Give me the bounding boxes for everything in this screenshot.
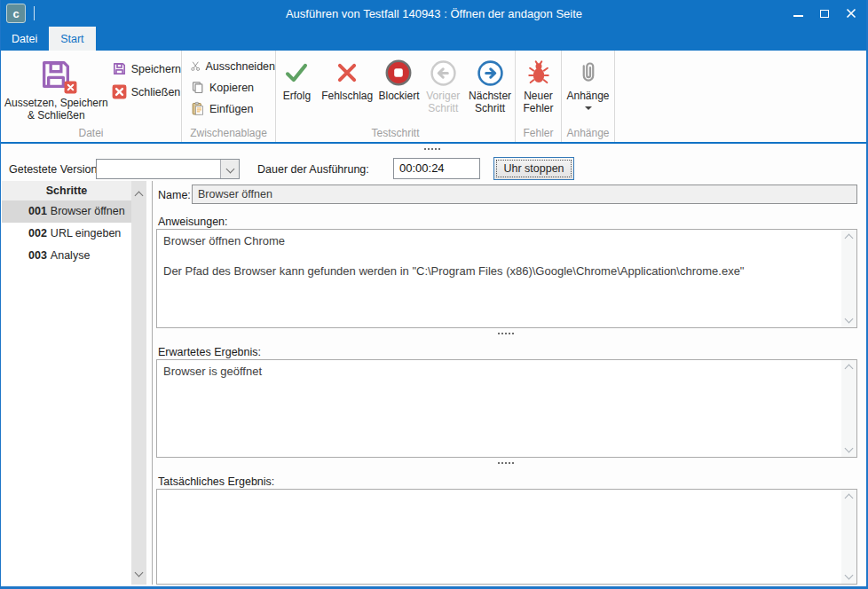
tab-datei[interactable]: Datei — [0, 27, 49, 51]
copy-label: Kopieren — [209, 82, 254, 94]
cancel-badge-icon — [64, 81, 77, 94]
combobox-dropdown-button[interactable] — [220, 160, 239, 178]
suspend-save-close-label: Aussetzen, Speichern & Schließen — [1, 97, 112, 122]
close-red-icon — [112, 84, 127, 99]
minimize-button[interactable] — [785, 0, 811, 27]
tab-start[interactable]: Start — [49, 27, 95, 51]
new-error-label: Neuer Fehler — [516, 90, 561, 114]
step-number: 002 — [28, 227, 47, 240]
cut-label: Ausschneiden — [205, 60, 275, 73]
expected-result-text[interactable]: Browser is geöffnet — [157, 360, 840, 457]
actual-scrollbar[interactable] — [841, 490, 856, 584]
step-number: 001 — [28, 205, 47, 217]
scroll-up-button[interactable] — [136, 186, 142, 202]
close-label: Schließen — [131, 86, 181, 98]
steps-scrollbar[interactable] — [131, 181, 146, 585]
success-check-icon — [283, 59, 310, 86]
copy-button[interactable]: Kopieren — [190, 80, 275, 95]
step-label: Browser öffnen — [51, 205, 125, 217]
paste-label: Einfügen — [209, 103, 253, 115]
success-label: Erfolg — [283, 90, 311, 103]
title-bar: c Ausführen von Testfall 140943 : Öffnen… — [0, 0, 868, 27]
paste-icon — [190, 101, 205, 116]
previous-step-icon — [429, 59, 458, 88]
close-button[interactable] — [838, 0, 864, 27]
step-label: Analyse — [51, 249, 90, 262]
attachments-dropdown-icon[interactable] — [585, 106, 592, 110]
titlebar-separator — [34, 6, 35, 20]
chevron-up-icon — [845, 234, 854, 243]
previous-step-label: Voriger Schritt — [421, 90, 465, 114]
group-label-anhaenge: Anhänge — [562, 127, 614, 139]
steps-header: Schritte — [2, 181, 131, 200]
ribbon-empty-space — [615, 51, 866, 142]
ribbon-group-datei: Aussetzen, Speichern & Schließen Speiche… — [1, 51, 182, 142]
expected-result-label: Erwartetes Ergebnis: — [158, 346, 261, 358]
grip-dots — [498, 333, 500, 334]
ribbon: Aussetzen, Speichern & Schließen Speiche… — [1, 51, 866, 144]
app-icon: c — [6, 4, 26, 23]
actual-result-label: Tatsächliches Ergebnis: — [158, 475, 274, 488]
ribbon-group-fehler: Neuer Fehler Fehler — [516, 51, 562, 142]
tested-version-combobox[interactable] — [96, 159, 240, 179]
group-label-datei: Datei — [1, 127, 181, 139]
splitter-handle-expected[interactable] — [498, 459, 516, 466]
ribbon-group-anhaenge: Anhänge Anhänge — [562, 51, 615, 142]
name-field[interactable]: Browser öffnen — [192, 185, 857, 204]
actual-result-textbox[interactable] — [156, 489, 857, 585]
maximize-button[interactable] — [811, 0, 838, 27]
actual-result-text[interactable] — [157, 490, 840, 584]
window-title: Ausführen von Testfall 140943 : Öffnen d… — [107, 7, 761, 20]
group-label-testschritt: Testschritt — [276, 127, 515, 139]
step-number: 003 — [28, 249, 47, 262]
tested-version-value — [97, 160, 220, 178]
fail-x-icon — [334, 59, 360, 86]
chevron-down-icon — [845, 444, 854, 453]
fail-label: Fehlschlag — [321, 90, 373, 103]
close-testcase-button[interactable]: Schließen — [112, 84, 181, 99]
name-label: Name: — [158, 189, 191, 201]
expected-result-textbox[interactable]: Browser is geöffnet — [156, 359, 857, 458]
chevron-down-icon — [135, 569, 144, 577]
tested-version-label: Getestete Version: — [9, 163, 100, 176]
splitter-handle-top[interactable] — [424, 145, 442, 152]
step-label: URL eingeben — [51, 227, 121, 240]
chevron-down-icon — [225, 165, 234, 174]
copy-icon — [190, 80, 205, 95]
steps-panel: Schritte 001Browser öffnen 002URL eingeb… — [2, 181, 131, 585]
stop-clock-button[interactable]: Uhr stoppen — [493, 157, 574, 180]
scroll-down-button[interactable] — [136, 563, 142, 579]
step-row-2[interactable]: 002URL eingeben — [2, 223, 131, 245]
ribbon-group-testschritt: Erfolg Fehlschlag Blockiert — [276, 51, 516, 142]
save-icon — [112, 61, 127, 76]
splitter-handle-instructions[interactable] — [498, 330, 516, 336]
attachments-label: Anhänge — [566, 90, 609, 103]
grip-dots — [424, 148, 426, 150]
window-controls — [785, 0, 864, 27]
cut-button[interactable]: Ausschneiden — [190, 59, 275, 74]
expected-scrollbar[interactable] — [841, 360, 856, 457]
close-icon — [846, 8, 856, 19]
chevron-up-icon — [845, 494, 854, 503]
app-icon-glyph: c — [12, 7, 19, 20]
instructions-scrollbar[interactable] — [841, 230, 856, 327]
next-step-label: Nächster Schritt — [465, 90, 515, 114]
ribbon-tab-row: Datei Start — [0, 27, 868, 51]
grip-dots — [498, 462, 500, 464]
chevron-up-icon — [845, 365, 854, 373]
save-label: Speichern — [131, 63, 181, 75]
step-row-1[interactable]: 001Browser öffnen — [2, 200, 131, 223]
instructions-text[interactable]: Browser öffnen Chrome Der Pfad des Brows… — [157, 230, 840, 327]
ribbon-group-zwischenablage: Ausschneiden Kopieren Einfügen Zwische — [182, 51, 276, 142]
scissors-icon — [190, 59, 201, 74]
panel-splitter[interactable] — [152, 181, 153, 585]
duration-field[interactable]: 00:00:24 — [393, 158, 480, 179]
save-button[interactable]: Speichern — [112, 61, 181, 76]
step-row-3[interactable]: 003Analyse — [2, 245, 131, 267]
next-step-icon — [476, 59, 505, 88]
duration-label: Dauer der Ausführung: — [257, 163, 369, 176]
instructions-textbox[interactable]: Browser öffnen Chrome Der Pfad des Brows… — [156, 229, 857, 328]
blocked-label: Blockiert — [378, 90, 419, 103]
group-label-fehler: Fehler — [516, 127, 561, 139]
paste-button[interactable]: Einfügen — [190, 101, 275, 116]
